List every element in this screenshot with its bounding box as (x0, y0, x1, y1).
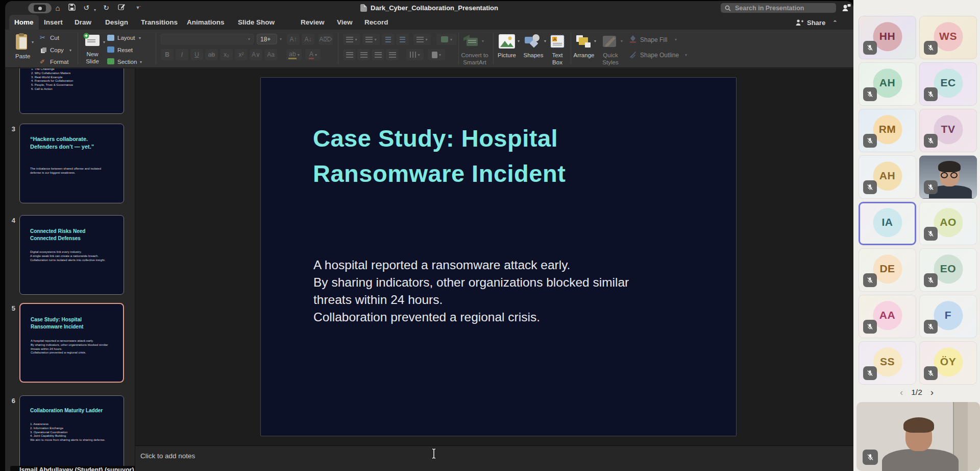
shrink-font-button[interactable]: A↓ (302, 34, 314, 45)
tab-animations[interactable]: Animations (182, 15, 230, 30)
bold-button[interactable]: B (161, 49, 174, 60)
grow-font-button[interactable]: A↑ (287, 34, 300, 45)
layout-dropdown-icon[interactable]: ▾ (139, 36, 141, 40)
slide-title[interactable]: Case Study: Hospital Ransomware Incident (313, 121, 566, 191)
participant-tile-ia[interactable]: IA (859, 202, 916, 245)
participant-tile-f[interactable]: F (919, 295, 977, 338)
tab-insert[interactable]: Insert (39, 15, 68, 30)
subscript-button[interactable]: x₂ (220, 49, 233, 60)
textbox-button[interactable]: A (549, 34, 566, 51)
format-painter-icon[interactable]: ✐ (40, 58, 45, 65)
reset-icon[interactable] (107, 46, 114, 53)
tab-review[interactable]: Review (296, 15, 330, 30)
align-text-button[interactable]: ▾ (428, 49, 445, 60)
copy-dropdown-icon[interactable]: ▾ (69, 48, 71, 53)
layout-label[interactable]: Layout (117, 35, 135, 41)
slide-thumbnail-6[interactable]: Collaboration Maturity Ladder1. Awarenes… (19, 395, 124, 471)
justify-button[interactable] (386, 49, 399, 60)
shape-fill-dropdown-icon[interactable]: ▾ (675, 37, 677, 42)
align-right-button[interactable] (372, 49, 384, 60)
tab-slide-show[interactable]: Slide Show (233, 15, 280, 30)
align-left-button[interactable] (343, 49, 356, 60)
section-dropdown-icon[interactable]: ▾ (140, 60, 142, 64)
strikethrough-button[interactable]: ab (205, 49, 218, 60)
decrease-indent-button[interactable] (382, 34, 395, 45)
superscript-button[interactable]: x² (235, 49, 248, 60)
convert-smartart-dropdown-icon[interactable]: ▾ (482, 39, 484, 43)
search-input[interactable]: Search in Presentation (721, 3, 836, 13)
participant-tile-eo[interactable]: EO (919, 248, 977, 292)
shape-outline-label[interactable]: Shape Outline (640, 52, 679, 59)
tab-home[interactable]: Home (9, 15, 39, 30)
copy-icon[interactable] (40, 46, 47, 56)
collapse-ribbon-icon[interactable]: ⌃ (832, 19, 837, 26)
numbering-button[interactable]: ▾ (362, 34, 380, 45)
participant-tile-ah[interactable]: AH (859, 62, 916, 106)
slide-thumbnail-5[interactable]: Case Study: Hospital Ransomware Incident… (19, 303, 124, 383)
picture-button[interactable] (498, 34, 516, 51)
participant-video-tile[interactable] (919, 155, 977, 199)
participant-tile-ws[interactable]: WS (919, 16, 977, 59)
shape-fill-label[interactable]: Shape Fill (640, 36, 667, 43)
participant-tile-hh[interactable]: HH (859, 16, 916, 59)
arrange-dropdown-icon[interactable]: ▾ (594, 39, 596, 43)
arrange-button[interactable] (575, 34, 592, 51)
pager-next-icon[interactable]: › (930, 387, 934, 397)
share-button[interactable]: Share ⌃ (795, 17, 837, 28)
line-spacing-button[interactable]: ▾ (413, 34, 431, 45)
italic-button[interactable]: I (176, 49, 188, 60)
font-name-combobox[interactable]: ▾ (161, 34, 254, 44)
participant-tile-rm[interactable]: RM (859, 109, 916, 152)
bullets-button[interactable]: ▾ (343, 34, 360, 45)
cut-label[interactable]: Cut (50, 35, 59, 41)
columns-button[interactable]: ▾ (406, 49, 424, 60)
participant-tile-ah[interactable]: AH (859, 155, 916, 199)
tab-record[interactable]: Record (359, 15, 394, 30)
cut-icon[interactable]: ✂ (40, 34, 45, 41)
new-slide-button[interactable] (83, 33, 101, 52)
pager-previous-icon[interactable]: ‹ (900, 387, 903, 397)
new-slide-dropdown-icon[interactable]: ▾ (103, 40, 105, 44)
shapes-dropdown-icon[interactable]: ▾ (544, 39, 546, 43)
section-label[interactable]: Section (117, 59, 137, 65)
slide-thumbnail-2[interactable]: 1. The Challenge 2. Why Collaboration Ma… (19, 68, 124, 114)
font-size-combobox[interactable]: 18+ (257, 34, 277, 44)
self-video-tile[interactable] (856, 402, 980, 471)
slide-canvas[interactable]: Case Study: Hospital Ransomware Incident… (260, 77, 737, 436)
shape-outline-icon[interactable] (629, 50, 637, 60)
picture-dropdown-icon[interactable]: ▾ (518, 39, 520, 43)
shape-fill-icon[interactable] (629, 35, 637, 45)
participant-tile-ss[interactable]: SS (859, 341, 916, 385)
clear-formatting-button[interactable]: A⌦ (318, 34, 333, 45)
character-spacing-button[interactable]: A∨ (250, 49, 262, 60)
notes-pane[interactable]: Click to add notes (135, 445, 853, 471)
slide-body-text[interactable]: A hospital reported a ransomware attack … (313, 256, 658, 326)
section-icon[interactable] (107, 58, 114, 64)
tab-design[interactable]: Design (100, 15, 133, 30)
copy-label[interactable]: Copy (50, 47, 64, 53)
align-center-button[interactable] (357, 49, 370, 60)
quick-styles-button[interactable] (601, 34, 619, 51)
quick-styles-dropdown-icon[interactable]: ▾ (621, 39, 623, 43)
presence-people-icon[interactable] (841, 3, 851, 15)
shapes-button[interactable] (524, 34, 542, 51)
paste-dropdown-icon[interactable]: ▾ (32, 40, 34, 44)
tab-transitions[interactable]: Transitions (136, 15, 183, 30)
mic-muted-icon[interactable] (863, 450, 878, 465)
tab-view[interactable]: View (332, 15, 358, 30)
slide-thumbnail-4[interactable]: Connected Risks Need Connected DefensesD… (19, 215, 124, 295)
participant-tile-ao[interactable]: AO (919, 202, 977, 245)
paste-button[interactable] (14, 33, 30, 53)
text-direction-button[interactable]: ▾ (436, 34, 457, 45)
participant-tile-öy[interactable]: ÖY (919, 341, 977, 385)
participant-tile-ec[interactable]: EC (919, 62, 977, 106)
highlight-color-button[interactable]: ab▾ (286, 49, 302, 60)
slide-thumbnail-3[interactable]: “Hackers collaborate. Defenders don’t — … (19, 124, 124, 203)
reset-label[interactable]: Reset (117, 47, 133, 53)
font-size-dropdown-icon[interactable]: ▾ (280, 37, 282, 41)
format-label[interactable]: Format (50, 59, 68, 65)
layout-icon[interactable] (107, 35, 114, 41)
underline-button[interactable]: U (190, 49, 203, 60)
participant-tile-de[interactable]: DE (859, 248, 916, 292)
change-case-button[interactable]: Aa (264, 49, 277, 60)
